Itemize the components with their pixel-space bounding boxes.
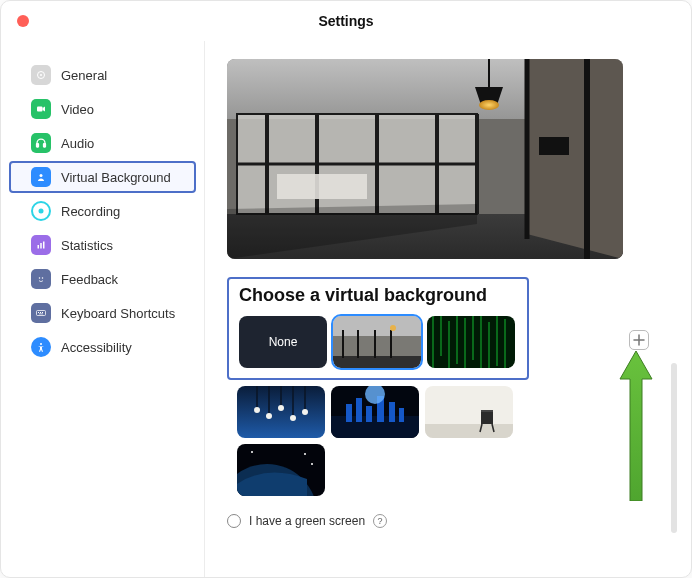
record-icon [31, 201, 51, 221]
sidebar-item-keyboard-shortcuts[interactable]: Keyboard Shortcuts [9, 297, 196, 329]
svg-point-86 [311, 463, 313, 465]
sidebar-item-feedback[interactable]: Feedback [9, 263, 196, 295]
svg-point-64 [266, 413, 272, 419]
sidebar-item-label: Feedback [61, 272, 118, 287]
person-frame-icon [31, 167, 51, 187]
background-thumb-bulbs[interactable] [237, 386, 325, 438]
background-thumb-city-night[interactable] [331, 386, 419, 438]
background-thumb-office[interactable] [333, 316, 421, 368]
sidebar-item-recording[interactable]: Recording [9, 195, 196, 227]
video-icon [31, 99, 51, 119]
sidebar-item-label: Audio [61, 136, 94, 151]
sidebar: General Video Audio Virtual Background [1, 41, 205, 577]
svg-rect-79 [481, 410, 493, 424]
keyboard-icon [31, 303, 51, 323]
sidebar-item-statistics[interactable]: Statistics [9, 229, 196, 261]
sidebar-item-general[interactable]: General [9, 59, 196, 91]
svg-rect-74 [389, 402, 395, 422]
gear-icon [31, 65, 51, 85]
svg-rect-78 [425, 424, 513, 438]
plus-icon [633, 334, 645, 346]
svg-point-5 [40, 174, 43, 177]
svg-rect-70 [346, 404, 352, 422]
background-thumb-row-2 [227, 386, 529, 496]
svg-point-12 [42, 277, 44, 279]
svg-marker-22 [527, 59, 623, 259]
sidebar-item-label: Virtual Background [61, 170, 171, 185]
svg-rect-14 [38, 312, 39, 313]
main-panel: Choose a virtual background None [205, 41, 691, 577]
svg-point-65 [278, 405, 284, 411]
svg-rect-2 [37, 107, 43, 112]
svg-rect-69 [331, 416, 419, 438]
svg-point-6 [39, 209, 44, 214]
svg-rect-72 [366, 406, 372, 422]
face-icon [31, 269, 51, 289]
sidebar-item-label: Accessibility [61, 340, 132, 355]
green-screen-radio[interactable] [227, 514, 241, 528]
svg-point-63 [254, 407, 260, 413]
svg-rect-39 [333, 336, 421, 358]
annotation-arrow [616, 351, 656, 501]
svg-rect-8 [40, 243, 42, 249]
svg-rect-16 [42, 312, 43, 313]
svg-rect-46 [427, 316, 515, 368]
sidebar-item-label: Keyboard Shortcuts [61, 306, 175, 321]
window-title: Settings [318, 13, 373, 29]
titlebar: Settings [1, 1, 691, 41]
svg-point-67 [302, 409, 308, 415]
svg-rect-17 [39, 314, 43, 315]
sidebar-item-video[interactable]: Video [9, 93, 196, 125]
headphones-icon [31, 133, 51, 153]
close-window-button[interactable] [17, 15, 29, 27]
svg-rect-71 [356, 398, 362, 422]
svg-point-45 [390, 325, 396, 331]
choose-background-section: Choose a virtual background None [227, 277, 529, 380]
svg-point-85 [304, 453, 306, 455]
svg-rect-7 [38, 245, 40, 249]
background-preview [227, 59, 623, 259]
svg-rect-75 [399, 408, 404, 422]
sidebar-item-audio[interactable]: Audio [9, 127, 196, 159]
none-label: None [269, 335, 298, 349]
svg-rect-9 [43, 242, 45, 249]
svg-rect-40 [333, 356, 421, 368]
sidebar-item-label: Recording [61, 204, 120, 219]
svg-rect-31 [277, 174, 367, 199]
svg-rect-38 [333, 316, 421, 336]
background-thumb-row-1: None [239, 316, 517, 368]
background-thumb-none[interactable]: None [239, 316, 327, 368]
green-screen-label: I have a green screen [249, 514, 365, 528]
svg-point-66 [290, 415, 296, 421]
svg-rect-34 [539, 137, 569, 155]
sidebar-item-virtual-background[interactable]: Virtual Background [9, 161, 196, 193]
svg-point-36 [479, 100, 499, 110]
svg-point-1 [40, 74, 42, 76]
svg-point-11 [39, 277, 41, 279]
background-thumb-empty-room[interactable] [425, 386, 513, 438]
svg-rect-4 [44, 144, 46, 148]
help-icon[interactable]: ? [373, 514, 387, 528]
stats-icon [31, 235, 51, 255]
content-area: General Video Audio Virtual Background [1, 41, 691, 577]
svg-marker-88 [620, 351, 652, 501]
svg-point-87 [251, 451, 253, 453]
add-background-button[interactable] [629, 330, 649, 350]
sidebar-item-label: General [61, 68, 107, 83]
sidebar-item-label: Statistics [61, 238, 113, 253]
choose-background-title: Choose a virtual background [239, 285, 517, 306]
svg-rect-80 [481, 410, 493, 412]
scrollbar[interactable] [671, 363, 677, 533]
background-thumb-earth-space[interactable] [237, 444, 325, 496]
svg-rect-15 [40, 312, 41, 313]
background-thumb-matrix[interactable] [427, 316, 515, 368]
accessibility-icon [31, 337, 51, 357]
svg-rect-3 [37, 144, 39, 148]
settings-window: Settings General Video Audio [0, 0, 692, 578]
sidebar-item-label: Video [61, 102, 94, 117]
green-screen-row: I have a green screen ? [227, 514, 663, 528]
svg-point-18 [40, 343, 42, 345]
sidebar-item-accessibility[interactable]: Accessibility [9, 331, 196, 363]
